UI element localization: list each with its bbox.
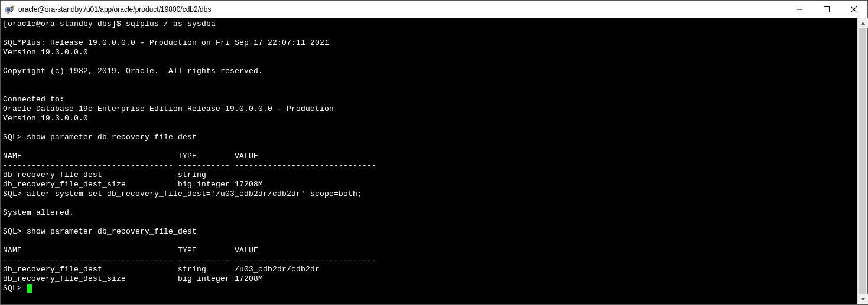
terminal-line <box>3 218 855 227</box>
terminal-line: SQL> show parameter db_recovery_file_des… <box>3 227 855 237</box>
terminal-line: NAME TYPE VALUE <box>3 152 855 161</box>
title-bar[interactable]: oracle@ora-standby:/u01/app/oracle/produ… <box>1 1 867 18</box>
terminal-line: db_recovery_file_dest_size big integer 1… <box>3 180 855 189</box>
terminal-line: NAME TYPE VALUE <box>3 246 855 255</box>
terminal-line: SQL*Plus: Release 19.0.0.0.0 - Productio… <box>3 38 855 48</box>
terminal-line: db_recovery_file_dest string <box>3 170 855 180</box>
window-title: oracle@ora-standby:/u01/app/oracle/produ… <box>18 5 211 14</box>
terminal-line <box>3 123 855 133</box>
terminal-line: SQL> show parameter db_recovery_file_des… <box>3 133 855 142</box>
scroll-down-button[interactable] <box>858 294 868 304</box>
svg-point-4 <box>12 6 14 8</box>
terminal-line: [oracle@ora-standby dbs]$ sqlplus / as s… <box>3 19 855 29</box>
svg-marker-10 <box>861 298 865 301</box>
svg-rect-1 <box>7 8 11 11</box>
scroll-thumb[interactable] <box>859 28 866 294</box>
terminal-line: Version 19.3.0.0.0 <box>3 114 855 123</box>
svg-marker-9 <box>861 22 865 25</box>
terminal-line <box>3 57 855 67</box>
putty-icon <box>4 4 15 15</box>
maximize-button[interactable] <box>813 1 840 18</box>
terminal-line: System altered. <box>3 208 855 218</box>
sql-prompt: SQL> <box>3 284 27 293</box>
terminal-line <box>3 29 855 38</box>
terminal-line: Connected to: <box>3 95 855 104</box>
client-area: [oracle@ora-standby dbs]$ sqlplus / as s… <box>1 18 867 304</box>
close-button[interactable] <box>840 1 867 18</box>
terminal-line: Version 19.3.0.0.0 <box>3 48 855 57</box>
terminal-line: ------------------------------------ ---… <box>3 255 855 265</box>
svg-rect-6 <box>824 7 830 12</box>
terminal-line <box>3 199 855 208</box>
terminal-line <box>3 76 855 86</box>
minimize-button[interactable] <box>786 1 813 18</box>
terminal-line <box>3 142 855 152</box>
terminal-line: Oracle Database 19c Enterprise Edition R… <box>3 104 855 114</box>
vertical-scrollbar[interactable] <box>857 18 867 304</box>
app-window: oracle@ora-standby:/u01/app/oracle/produ… <box>0 0 868 305</box>
terminal-line <box>3 237 855 246</box>
terminal-line: db_recovery_file_dest string /u03_cdb2dr… <box>3 265 855 274</box>
terminal-output[interactable]: [oracle@ora-standby dbs]$ sqlplus / as s… <box>1 18 857 304</box>
terminal-line: db_recovery_file_dest_size big integer 1… <box>3 274 855 284</box>
terminal-line <box>3 86 855 95</box>
terminal-line: ------------------------------------ ---… <box>3 161 855 170</box>
scroll-up-button[interactable] <box>858 18 868 28</box>
terminal-line: Copyright (c) 1982, 2019, Oracle. All ri… <box>3 67 855 76</box>
terminal-cursor <box>27 284 32 293</box>
terminal-prompt-line: SQL> <box>3 284 855 293</box>
terminal-line: SQL> alter system set db_recovery_file_d… <box>3 189 855 199</box>
